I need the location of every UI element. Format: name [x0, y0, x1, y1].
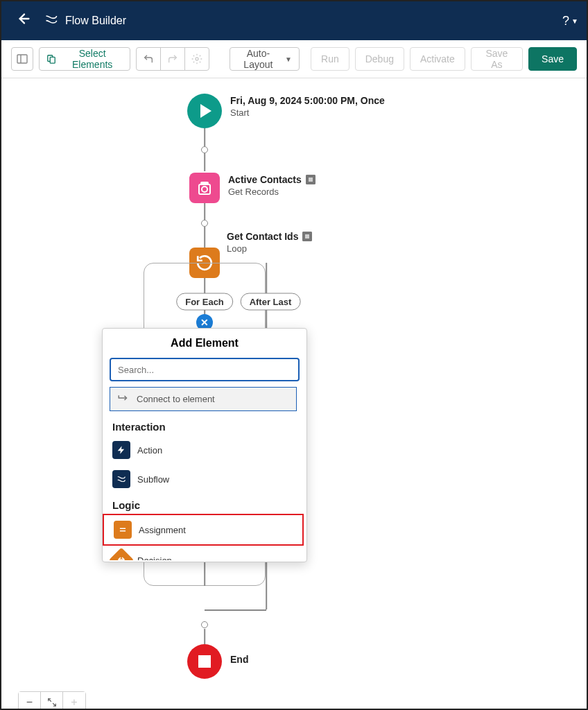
loop-subtitle: Loop: [227, 243, 312, 254]
start-node-icon[interactable]: [187, 94, 222, 128]
app-logo: Flow Builder: [44, 12, 126, 30]
zoom-out-button[interactable]: −: [19, 692, 41, 710]
activate-button[interactable]: Activate: [410, 47, 465, 71]
save-as-button[interactable]: Save As: [471, 47, 523, 71]
flow-logo-icon: [44, 12, 58, 30]
subflow-icon: [112, 470, 130, 488]
for-each-pill[interactable]: For Each: [176, 293, 233, 311]
element-assignment[interactable]: Assignment: [103, 514, 304, 546]
undo-icon: [143, 53, 154, 64]
settings-button[interactable]: [184, 47, 209, 71]
app-title: Flow Builder: [65, 15, 126, 27]
loop-title: Get Contact Ids: [227, 231, 298, 242]
popover-title: Add Element: [103, 337, 306, 349]
end-node-icon[interactable]: [187, 644, 222, 679]
get-records-node-icon[interactable]: [189, 173, 220, 203]
start-node-title: Fri, Aug 9, 2024 5:00:00 PM, Once: [230, 95, 385, 106]
help-button[interactable]: ? ▼: [562, 14, 578, 28]
get-records-title: Active Contacts: [228, 174, 302, 185]
auto-layout-dropdown[interactable]: Auto-Layout ▼: [230, 47, 300, 71]
gear-icon: [191, 53, 202, 64]
category-logic: Logic: [103, 494, 304, 514]
detail-icon[interactable]: [302, 232, 312, 241]
chevron-down-icon: ▼: [571, 17, 578, 25]
save-button[interactable]: Save: [528, 47, 577, 71]
toggle-panel-button[interactable]: [11, 47, 33, 71]
undo-button[interactable]: [136, 47, 161, 71]
end-node-title: End: [230, 654, 248, 665]
zoom-controls: − +: [18, 691, 86, 710]
add-element-popover: Add Element Connect to element Interacti…: [102, 328, 307, 562]
element-action[interactable]: Action: [103, 435, 304, 465]
connector-dot[interactable]: [201, 146, 208, 153]
redo-button[interactable]: [160, 47, 185, 71]
category-interaction: Interaction: [103, 415, 304, 435]
svg-point-8: [202, 187, 207, 192]
element-decision[interactable]: Decision: [103, 546, 304, 560]
element-subflow[interactable]: Subflow: [103, 465, 304, 494]
decision-icon: [109, 548, 135, 560]
chevron-down-icon: ▼: [285, 55, 292, 63]
svg-rect-4: [50, 57, 55, 63]
connect-to-element-item[interactable]: Connect to element: [110, 387, 297, 411]
zoom-fit-button[interactable]: [41, 692, 63, 710]
select-elements-button[interactable]: Select Elements: [39, 47, 130, 71]
search-input[interactable]: [110, 358, 300, 381]
assignment-icon: [114, 521, 132, 539]
after-last-pill[interactable]: After Last: [241, 293, 301, 311]
connector-dot[interactable]: [201, 220, 208, 227]
svg-point-5: [196, 58, 198, 60]
fit-icon: [47, 698, 57, 707]
debug-button[interactable]: Debug: [355, 47, 404, 71]
redo-icon: [167, 53, 178, 64]
flow-canvas[interactable]: Fri, Aug 9, 2024 5:00:00 PM, Once Start …: [1, 78, 587, 710]
arrow-right-icon: [117, 393, 130, 405]
zoom-in-button[interactable]: +: [63, 692, 85, 710]
run-button[interactable]: Run: [311, 47, 349, 71]
start-node-subtitle: Start: [230, 107, 385, 118]
back-button[interactable]: [10, 7, 39, 35]
action-icon: [112, 441, 130, 459]
get-records-subtitle: Get Records: [228, 187, 315, 197]
svg-rect-1: [17, 55, 27, 63]
detail-icon[interactable]: [306, 175, 315, 184]
connector-dot[interactable]: [201, 621, 208, 628]
svg-line-20: [48, 699, 51, 702]
svg-line-21: [53, 703, 55, 706]
panel-icon: [17, 53, 28, 64]
copy-icon: [46, 53, 56, 64]
